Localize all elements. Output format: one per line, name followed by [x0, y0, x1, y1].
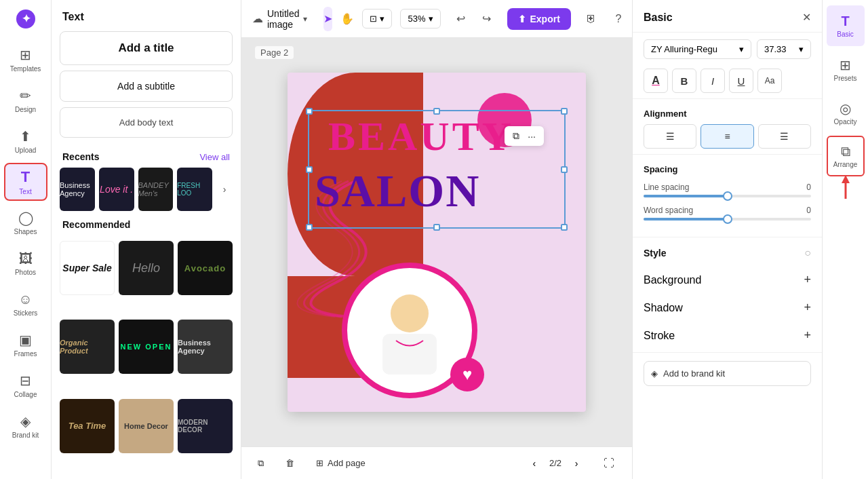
add-body-button[interactable]: Add body text [60, 107, 233, 138]
rec-item-teatime[interactable]: Tea Time [60, 399, 115, 453]
fullscreen-button[interactable]: ⛶ [597, 451, 621, 476]
text-color-button[interactable]: A [644, 69, 668, 93]
sidebar-item-brand[interactable]: ◈ Brand kit [4, 407, 47, 445]
sidebar-item-design[interactable]: ✏ Design [4, 81, 47, 119]
frames-icon: ▣ [19, 332, 32, 348]
sidebar-item-collage[interactable]: ⊟ Collage [4, 366, 47, 404]
frp-item-basic[interactable]: T Basic [827, 5, 865, 46]
sidebar-item-text[interactable]: T Text [4, 163, 47, 201]
rec-item-supersale[interactable]: Super Sale [60, 241, 115, 295]
handle-top-right[interactable] [561, 108, 568, 115]
prev-page-button[interactable]: ‹ [525, 454, 544, 473]
frp-item-opacity[interactable]: ◎ Opacity [827, 92, 865, 133]
recents-scroll-right[interactable]: › [216, 168, 233, 211]
sidebar-item-photos[interactable]: 🖼 Photos [4, 244, 47, 282]
copy-icon: ⧉ [258, 458, 264, 469]
add-to-brand-kit-button[interactable]: ◈ Add to brand kit [644, 361, 811, 386]
hand-tool-button[interactable]: ✋ [340, 7, 354, 31]
page-nav: ‹ 2/2 › [525, 454, 586, 473]
brand-icon: ◈ [20, 413, 31, 429]
file-info[interactable]: ☁ Untitled image ▾ [252, 8, 307, 30]
align-right-button[interactable]: ☰ [758, 124, 811, 149]
text-panel: Text Add a title Add a subtitle Add body… [52, 0, 241, 479]
shadow-label: Shadow [644, 302, 683, 314]
recent-item-love[interactable]: Love it . [99, 168, 134, 211]
rec-item-newopen[interactable]: NEW OPEN [119, 320, 174, 374]
page-count: 2/2 [549, 458, 561, 468]
stickers-icon: ☺ [18, 292, 32, 307]
sidebar-item-stickers[interactable]: ☺ Stickers [4, 285, 47, 323]
line-spacing-value: 0 [806, 183, 811, 192]
app-logo[interactable]: ✦ [12, 5, 39, 33]
svg-rect-3 [382, 334, 437, 375]
align-center-button[interactable]: ≡ [701, 124, 753, 149]
underline-button[interactable]: U [729, 69, 753, 93]
line-spacing-slider[interactable] [644, 195, 811, 197]
zoom-value: 53% [408, 14, 425, 24]
word-spacing-thumb[interactable] [723, 214, 732, 224]
red-arrow-annotation [832, 175, 859, 202]
italic-button[interactable]: I [701, 69, 725, 93]
background-row: Background + [633, 266, 822, 294]
add-page-button[interactable]: ⊞ Add page [311, 455, 371, 471]
font-options-button[interactable]: Aa [757, 69, 782, 93]
add-title-button[interactable]: Add a title [60, 31, 233, 65]
view-all-button[interactable]: View all [199, 152, 230, 162]
copy-button[interactable]: ⧉ [252, 455, 269, 472]
style-collapse-icon: ○ [804, 247, 811, 259]
right-panel-title: Basic [644, 12, 673, 24]
handle-bottom-mid[interactable] [433, 224, 440, 231]
redo-button[interactable]: ↪ [475, 7, 499, 31]
view-options-icon: ⊡ [370, 14, 377, 24]
basic-text-icon: T [841, 14, 849, 29]
align-left-button[interactable]: ☰ [644, 124, 696, 149]
rec-item-hello[interactable]: Hello [119, 241, 174, 295]
next-page-button[interactable]: › [567, 454, 586, 473]
recent-item-business-agency[interactable]: Business Agency [60, 168, 95, 211]
left-icon-sidebar: ✦ ⊞ Templates ✏ Design ⬆ Upload T Text ◯… [0, 0, 52, 479]
panel-title: Text [52, 0, 241, 31]
background-label: Background [644, 274, 701, 286]
frp-item-presets[interactable]: ⊞ Presets [827, 49, 865, 90]
handle-mid-right[interactable] [561, 166, 568, 173]
canvas-area[interactable]: Page 2 BEAUTY [241, 38, 632, 446]
handle-bottom-right[interactable] [561, 224, 568, 231]
rec-item-business[interactable]: Business Agency [178, 320, 233, 374]
font-family-selector[interactable]: ZY Alluring-Regu ▾ [644, 39, 751, 59]
text-icon: T [21, 168, 30, 186]
frp-item-arrange[interactable]: ⧉ Arrange [827, 136, 865, 176]
line-spacing-thumb[interactable] [723, 191, 732, 201]
sidebar-item-templates[interactable]: ⊞ Templates [4, 41, 47, 79]
sidebar-item-upload[interactable]: ⬆ Upload [4, 122, 47, 160]
rec-item-organic[interactable]: Organic Product [60, 320, 115, 374]
heart-badge: ♥ [450, 358, 484, 391]
rec-item-homedecor[interactable]: Home Decor [119, 399, 174, 453]
shield-icon-button[interactable]: ⛨ [579, 7, 604, 31]
zoom-control[interactable]: ⊡ ▾ [362, 9, 392, 28]
font-size-selector[interactable]: 37.33 ▾ [757, 39, 811, 59]
delete-button[interactable]: 🗑 [280, 455, 300, 471]
background-add-button[interactable]: + [804, 273, 811, 287]
add-subtitle-button[interactable]: Add a subtitle [60, 71, 233, 102]
bottom-bar: ⧉ 🗑 ⊞ Add page ‹ 2/2 › ⛶ [241, 446, 632, 479]
bold-button[interactable]: B [672, 69, 696, 93]
word-spacing-slider[interactable] [644, 218, 811, 221]
recent-item-fresh[interactable]: FRESH LOO [177, 168, 212, 211]
stroke-add-button[interactable]: + [804, 328, 811, 343]
design-icon: ✏ [20, 88, 31, 104]
style-label: Style [644, 248, 666, 258]
divider-3 [633, 237, 822, 237]
shadow-add-button[interactable]: + [804, 301, 811, 315]
export-button[interactable]: ⬆ Export [507, 8, 571, 30]
right-panel-close-button[interactable]: ✕ [802, 11, 811, 24]
undo-button[interactable]: ↩ [449, 7, 473, 31]
rec-item-avocado[interactable]: Avocado [178, 241, 233, 295]
recent-item-bandey[interactable]: BANDEY Men's [138, 168, 174, 211]
help-button[interactable]: ? [606, 7, 631, 31]
select-tool-button[interactable]: ➤ [323, 7, 332, 31]
canvas-page[interactable]: BEAUTY SALON ⧉ [288, 73, 586, 412]
sidebar-item-shapes[interactable]: ◯ Shapes [4, 204, 47, 242]
sidebar-item-frames[interactable]: ▣ Frames [4, 326, 47, 364]
zoom-level[interactable]: 53% ▾ [400, 9, 440, 28]
rec-item-modern[interactable]: MODERN DECOR [178, 399, 233, 453]
